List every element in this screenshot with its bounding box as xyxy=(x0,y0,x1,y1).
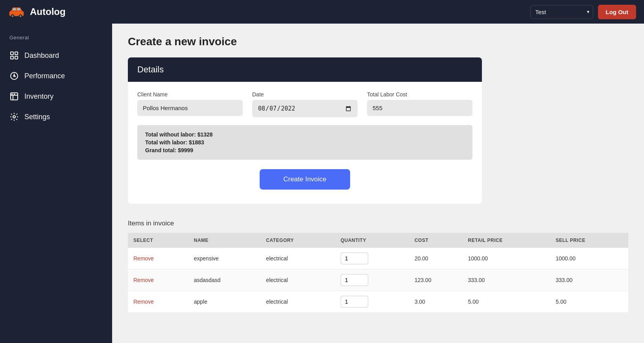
inventory-icon xyxy=(9,92,19,101)
sidebar-item-label: Performance xyxy=(24,72,65,80)
cell-quantity-1 xyxy=(335,269,409,291)
col-select: SELECT xyxy=(128,233,188,248)
table-header-row: SELECT NAME CATEGORY QUANTITY COST RETAI… xyxy=(128,233,628,248)
svg-point-4 xyxy=(12,15,14,17)
sidebar-item-dashboard[interactable]: Dashboard xyxy=(0,45,112,66)
sidebar-item-inventory[interactable]: Inventory xyxy=(0,86,112,107)
client-name-label: Client Name xyxy=(137,91,243,98)
logout-button[interactable]: Log Out xyxy=(598,5,636,19)
cell-category-2: electrical xyxy=(260,291,335,313)
col-category: CATEGORY xyxy=(260,233,335,248)
client-name-input[interactable] xyxy=(137,100,243,116)
app-header: Autolog Test ▾ Log Out xyxy=(0,0,644,24)
settings-icon xyxy=(9,112,19,122)
remove-button-0[interactable]: Remove xyxy=(133,255,154,262)
header-controls: Test ▾ Log Out xyxy=(530,5,636,19)
cell-cost-2: 3.00 xyxy=(409,291,463,313)
table-row: Remove asdasdasd electrical 123.00 333.0… xyxy=(128,269,628,291)
sidebar-item-label: Inventory xyxy=(24,92,54,101)
main-content: Create a new invoice Details Client Name… xyxy=(112,24,644,343)
cell-sell-1: 333.00 xyxy=(550,269,628,291)
app-body: General Dashboard Performance xyxy=(0,24,644,343)
sidebar-item-settings[interactable]: Settings xyxy=(0,107,112,127)
table-row: Remove expensive electrical 20.00 1000.0… xyxy=(128,248,628,269)
svg-rect-14 xyxy=(11,94,13,95)
date-input[interactable] xyxy=(252,100,358,117)
cell-quantity-2 xyxy=(335,291,409,313)
col-name: NAME xyxy=(188,233,261,248)
car-icon xyxy=(8,3,25,20)
details-header: Details xyxy=(128,57,482,82)
svg-rect-15 xyxy=(14,94,15,95)
totals-box: Total without labor: $1328 Total with la… xyxy=(137,125,472,160)
qty-input-2[interactable] xyxy=(341,296,368,308)
table-row: Remove apple electrical 3.00 5.00 5.00 xyxy=(128,291,628,313)
cell-retail-0: 1000.00 xyxy=(462,248,550,269)
cell-name-2: apple xyxy=(188,291,261,313)
total-without-labor: Total without labor: $1328 xyxy=(145,131,465,138)
grand-total: Grand total: $9999 xyxy=(145,147,465,153)
client-name-group: Client Name xyxy=(137,91,243,116)
svg-rect-1 xyxy=(13,8,16,11)
invoice-table: SELECT NAME CATEGORY QUANTITY COST RETAI… xyxy=(128,233,628,313)
svg-rect-9 xyxy=(11,56,13,59)
remove-button-2[interactable]: Remove xyxy=(133,299,154,305)
col-sell-price: SELL PRICE xyxy=(550,233,628,248)
details-body: Client Name Date Total Labor Cost Total … xyxy=(128,82,482,204)
app-name: Autolog xyxy=(30,6,66,17)
cell-cost-1: 123.00 xyxy=(409,269,463,291)
qty-input-1[interactable] xyxy=(341,274,368,286)
details-card: Details Client Name Date Total Labor Cos… xyxy=(128,57,482,204)
items-section-title: Items in invoice xyxy=(128,216,628,233)
date-group: Date xyxy=(252,91,358,117)
form-row-1: Client Name Date Total Labor Cost xyxy=(137,91,472,117)
dashboard-icon xyxy=(9,51,19,60)
table-header: SELECT NAME CATEGORY QUANTITY COST RETAI… xyxy=(128,233,628,248)
page-title: Create a new invoice xyxy=(128,35,628,48)
cell-category-1: electrical xyxy=(260,269,335,291)
logo: Autolog xyxy=(8,3,66,20)
cell-name-0: expensive xyxy=(188,248,261,269)
svg-rect-8 xyxy=(15,52,18,55)
svg-point-6 xyxy=(20,15,22,17)
cell-category-0: electrical xyxy=(260,248,335,269)
cell-remove-1: Remove xyxy=(128,269,188,291)
cell-cost-0: 20.00 xyxy=(409,248,463,269)
cell-retail-1: 333.00 xyxy=(462,269,550,291)
cell-sell-0: 1000.00 xyxy=(550,248,628,269)
col-quantity: QUANTITY xyxy=(335,233,409,248)
cell-quantity-0 xyxy=(335,248,409,269)
sidebar-item-label: Settings xyxy=(24,113,50,121)
workspace-selector[interactable]: Test ▾ xyxy=(530,5,593,19)
svg-rect-2 xyxy=(17,8,20,11)
qty-input-0[interactable] xyxy=(341,253,368,264)
invoice-table-body: Remove expensive electrical 20.00 1000.0… xyxy=(128,248,628,313)
svg-point-16 xyxy=(13,116,15,118)
total-with-labor: Total with labor: $1883 xyxy=(145,139,465,146)
remove-button-1[interactable]: Remove xyxy=(133,277,154,283)
col-retail-price: RETAIL PRICE xyxy=(462,233,550,248)
cell-remove-0: Remove xyxy=(128,248,188,269)
cell-retail-2: 5.00 xyxy=(462,291,550,313)
date-label: Date xyxy=(252,91,358,98)
cell-name-1: asdasdasd xyxy=(188,269,261,291)
workspace-dropdown[interactable]: Test xyxy=(530,5,593,19)
labor-cost-input[interactable] xyxy=(367,100,472,116)
create-invoice-button[interactable]: Create Invoice xyxy=(260,169,350,190)
items-section: Items in invoice SELECT NAME CATEGORY QU… xyxy=(128,212,628,313)
cell-sell-2: 5.00 xyxy=(550,291,628,313)
labor-cost-group: Total Labor Cost xyxy=(367,91,472,116)
svg-point-12 xyxy=(14,76,15,77)
sidebar-section-general: General xyxy=(0,31,112,45)
svg-rect-10 xyxy=(15,56,18,59)
labor-cost-label: Total Labor Cost xyxy=(367,91,472,98)
sidebar: General Dashboard Performance xyxy=(0,24,112,343)
col-cost: COST xyxy=(409,233,463,248)
sidebar-item-label: Dashboard xyxy=(24,52,59,60)
svg-rect-7 xyxy=(11,52,13,55)
performance-icon xyxy=(9,71,19,81)
sidebar-item-performance[interactable]: Performance xyxy=(0,66,112,86)
cell-remove-2: Remove xyxy=(128,291,188,313)
